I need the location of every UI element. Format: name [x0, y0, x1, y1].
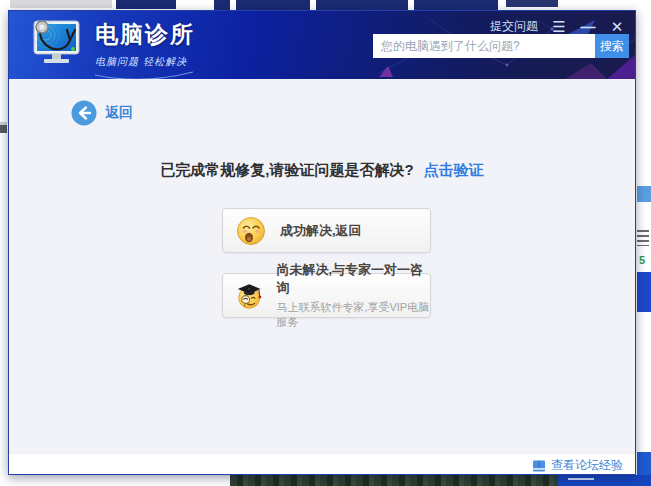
background-window-fragment [637, 272, 651, 312]
back-button[interactable]: 返回 [71, 100, 133, 126]
background-window-fragment [506, 0, 558, 7]
option-subtitle: 马上联系软件专家,享受VIP电脑服务 [276, 300, 430, 330]
forum-experience-link[interactable]: 查看论坛经验 [532, 457, 623, 474]
background-window-fragment [414, 0, 498, 10]
brand-block: 电脑诊所 电脑问题 轻松解决 [95, 19, 195, 69]
minimize-icon[interactable]: — [580, 19, 596, 34]
close-icon[interactable]: ✕ [609, 19, 625, 34]
option-title: 尚未解决,与专家一对一咨询 [276, 261, 430, 297]
background-window-fragment [637, 186, 651, 202]
content-area: 返回 已完成常规修复,请验证问题是否解决?点击验证 [9, 79, 635, 453]
back-label: 返回 [105, 104, 133, 122]
app-logo-icon [29, 18, 83, 68]
background-window-fragment [637, 452, 651, 475]
verify-link[interactable]: 点击验证 [424, 161, 484, 178]
background-window-fragment [637, 230, 649, 246]
solved-return-button[interactable]: 成功解决,返回 [222, 208, 431, 253]
search-input[interactable] [373, 34, 595, 58]
background-window-fragment [0, 119, 7, 133]
option-text: 尚未解决,与专家一对一咨询 马上联系软件专家,享受VIP电脑服务 [276, 261, 430, 330]
submit-question-link[interactable]: 提交问题 [490, 18, 538, 35]
message-text: 已完成常规修复,请验证问题是否解决? [160, 161, 413, 178]
resolution-options: 成功解决,返回 [222, 208, 431, 338]
book-icon [532, 459, 546, 473]
computer-clinic-window: 电脑诊所 电脑问题 轻松解决 提交问题 ☰ — ✕ 搜索 [8, 10, 636, 475]
background-text-fragment: 5 [639, 254, 645, 266]
desktop-wallpaper-fragment [230, 475, 560, 486]
app-header: 电脑诊所 电脑问题 轻松解决 提交问题 ☰ — ✕ 搜索 [9, 11, 635, 79]
app-subtitle: 电脑问题 轻松解决 [95, 55, 195, 69]
menu-icon[interactable]: ☰ [551, 19, 567, 34]
background-window-fragment [10, 0, 112, 8]
window-topbar: 提交问题 ☰ — ✕ [490, 18, 625, 35]
background-window-fragment [116, 0, 176, 9]
option-title: 成功解决,返回 [280, 222, 362, 240]
forum-link-label: 查看论坛经验 [551, 457, 623, 474]
back-arrow-icon [71, 100, 97, 126]
not-solved-expert-button[interactable]: 尚未解决,与专家一对一咨询 马上联系软件专家,享受VIP电脑服务 [222, 273, 431, 318]
background-window-fragment [316, 0, 408, 10]
background-window-fragment [558, 475, 651, 486]
expert-emoji-icon [236, 281, 262, 311]
repair-result-message: 已完成常规修复,请验证问题是否解决?点击验证 [9, 161, 635, 180]
window-footer: 查看论坛经验 [9, 453, 635, 474]
app-title: 电脑诊所 [95, 19, 195, 50]
background-window-fragment [214, 0, 230, 10]
relieved-emoji-icon [236, 216, 266, 246]
search-button[interactable]: 搜索 [595, 34, 629, 58]
subtitle-swoosh [95, 71, 195, 79]
search-bar: 搜索 [373, 34, 629, 58]
option-text: 成功解决,返回 [280, 222, 362, 240]
screen: 5 [0, 0, 651, 486]
background-window-fragment [236, 0, 310, 10]
